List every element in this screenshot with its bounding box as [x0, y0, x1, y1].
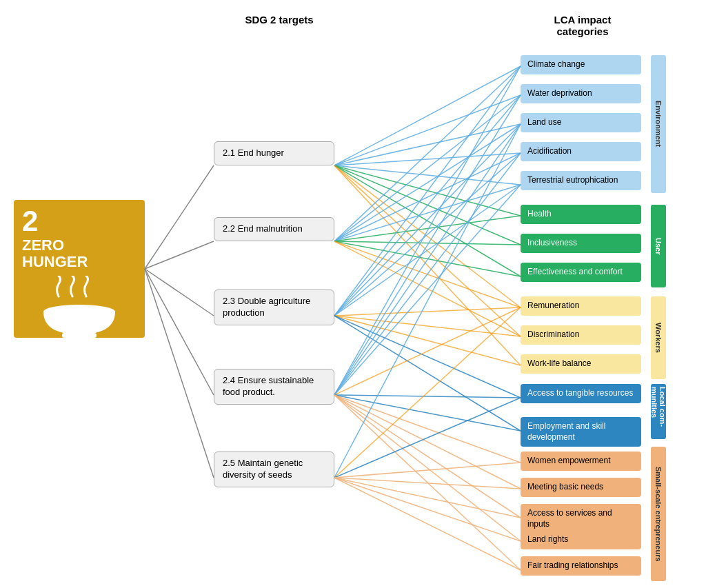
lca-fair-trading: Fair trading relationships — [521, 556, 641, 576]
svg-line-40 — [334, 395, 521, 431]
lca-terrestrial-eutrophication: Terrestrial eutrophication — [521, 171, 641, 190]
svg-line-21 — [334, 241, 521, 307]
lca-land-use: Land use — [521, 113, 641, 132]
svg-line-15 — [334, 124, 521, 241]
lca-access-tangible: Access to tangible resources — [521, 384, 641, 403]
svg-line-44 — [334, 395, 521, 541]
side-label-environment: Environment — [651, 55, 666, 193]
target-box-4: 2.4 Ensure sustainable food product. — [214, 369, 334, 405]
svg-line-37 — [334, 185, 521, 395]
svg-line-31 — [334, 316, 521, 398]
svg-line-23 — [334, 66, 521, 316]
svg-line-8 — [334, 165, 521, 245]
svg-line-28 — [334, 307, 521, 316]
svg-line-51 — [334, 478, 521, 518]
svg-line-9 — [334, 165, 521, 276]
lca-climate-change: Climate change — [521, 55, 641, 74]
svg-line-19 — [334, 241, 521, 245]
svg-line-20 — [334, 241, 521, 276]
svg-line-35 — [334, 124, 521, 395]
svg-line-56 — [145, 269, 214, 316]
svg-line-42 — [334, 395, 521, 489]
lca-header: LCA impactcategories — [517, 14, 648, 37]
svg-line-41 — [334, 395, 521, 463]
svg-line-47 — [334, 307, 521, 478]
svg-line-6 — [334, 165, 521, 185]
svg-line-25 — [334, 124, 521, 316]
svg-line-7 — [334, 165, 521, 216]
svg-line-52 — [334, 478, 521, 541]
svg-line-38 — [334, 307, 521, 395]
svg-line-54 — [145, 165, 214, 269]
svg-line-16 — [334, 153, 521, 241]
lca-access-services: Access to services and inputs — [521, 504, 641, 534]
svg-line-49 — [334, 463, 521, 478]
sdg-number: 2 — [22, 207, 38, 236]
svg-line-58 — [145, 269, 214, 478]
sdg-title: ZEROHUNGER — [22, 237, 88, 270]
lca-acidification: Acidification — [521, 142, 641, 161]
svg-line-45 — [334, 395, 521, 570]
lca-women-empowerment: Women empowerment — [521, 452, 641, 471]
lca-discrimination: Discrimination — [521, 325, 641, 345]
lca-health: Health — [521, 205, 641, 224]
sdg-icon: 2 ZEROHUNGER — [14, 200, 145, 338]
lca-effectiveness-comfort: Effectiveness and comfort — [521, 263, 641, 282]
lca-meeting-basic-needs: Meeting basic needs — [521, 478, 641, 497]
svg-line-36 — [334, 153, 521, 395]
svg-line-10 — [334, 165, 521, 307]
svg-line-34 — [334, 95, 521, 395]
svg-line-26 — [334, 153, 521, 316]
target-box-3: 2.3 Double agriculture production — [214, 290, 334, 325]
svg-line-2 — [334, 66, 521, 165]
side-label-local: Local com-munities — [651, 384, 666, 439]
svg-line-48 — [334, 398, 521, 478]
lca-employment-skill: Employment and skill development — [521, 417, 641, 447]
svg-line-53 — [334, 478, 521, 570]
svg-line-57 — [145, 269, 214, 395]
lca-land-rights: Land rights — [521, 530, 641, 549]
svg-line-11 — [334, 165, 521, 336]
svg-line-5 — [334, 153, 521, 165]
sdg-bowl-icon — [22, 276, 137, 338]
svg-line-22 — [334, 241, 521, 336]
lca-water-deprivation: Water deprivation — [521, 84, 641, 103]
diagram-container: 2 ZEROHUNGER SDG 2 targets LCA impactcat… — [0, 0, 706, 588]
svg-line-24 — [334, 95, 521, 316]
svg-line-4 — [334, 124, 521, 165]
svg-rect-1 — [62, 333, 97, 338]
svg-line-55 — [145, 241, 214, 269]
target-box-1: 2.1 End hunger — [214, 141, 334, 165]
svg-line-33 — [334, 66, 521, 395]
svg-line-39 — [334, 395, 521, 398]
side-label-workers: Workers — [651, 296, 666, 379]
svg-line-46 — [334, 124, 521, 478]
svg-line-3 — [334, 95, 521, 165]
svg-line-13 — [334, 66, 521, 241]
svg-line-29 — [334, 316, 521, 336]
svg-line-18 — [334, 216, 521, 241]
svg-line-30 — [334, 316, 521, 365]
svg-line-43 — [334, 395, 521, 518]
svg-line-50 — [334, 478, 521, 489]
svg-line-27 — [334, 185, 521, 316]
lca-remuneration: Remuneration — [521, 296, 641, 316]
svg-line-32 — [334, 316, 521, 431]
side-label-user: User — [651, 205, 666, 287]
target-box-5: 2.5 Maintain genetic diversity of seeds — [214, 452, 334, 487]
svg-line-12 — [334, 165, 521, 365]
lca-work-life-balance: Work-life balance — [521, 354, 641, 374]
target-box-2: 2.2 End malnutrition — [214, 217, 334, 241]
sdg-targets-header: SDG 2 targets — [214, 14, 345, 26]
svg-line-17 — [334, 185, 521, 241]
svg-line-14 — [334, 95, 521, 241]
lca-inclusiveness: Inclusiveness — [521, 234, 641, 253]
side-label-small-scale: Small-scale entrepreneurs — [651, 447, 666, 581]
